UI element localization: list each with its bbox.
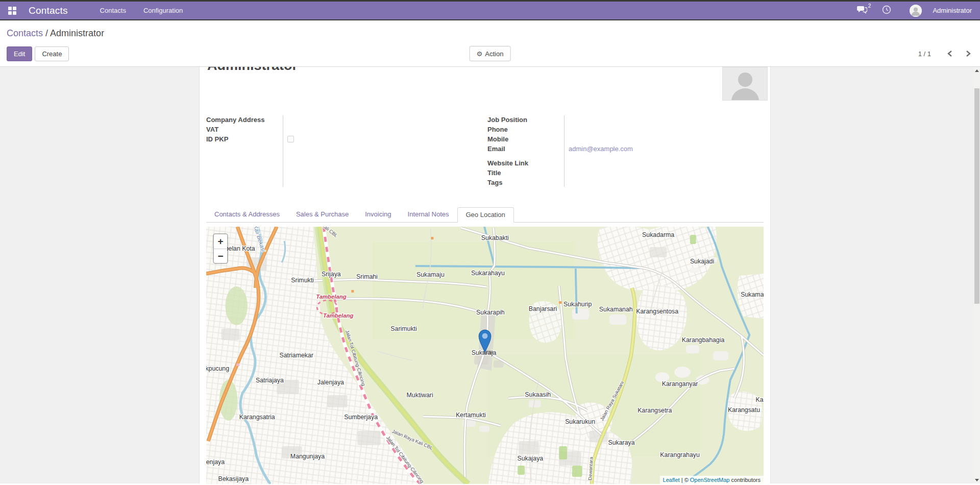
pager: 1 / 1 (918, 49, 972, 58)
id-pkp-checkbox[interactable] (287, 136, 294, 142)
map-label: Srimahi (356, 273, 378, 280)
map-label: kpucung (206, 365, 229, 372)
map-label: Kertamukti (456, 411, 486, 419)
map-label: belan Kota (225, 245, 255, 252)
gear-icon: ⚙ (477, 50, 483, 58)
field-row: Website Link (487, 158, 764, 168)
field-group-right: Job Position Phone Mobile Email admin@ex… (487, 115, 764, 187)
map-label: Sukarukun (565, 418, 595, 425)
map-label: Sarimukti (390, 325, 416, 332)
map-label: renjaya (206, 458, 225, 466)
map-label: Bekasijaya (218, 475, 249, 482)
map-canvas: belan KotaSukabaktiSukadarmaSukajadiSrij… (206, 227, 764, 484)
map-label: Srijaya (322, 271, 341, 278)
map-label: Karangrahayu (660, 451, 700, 458)
messages-button[interactable]: 2 (857, 6, 870, 16)
scrollbar-up-icon[interactable] (974, 67, 980, 74)
email-value-link[interactable]: admin@example.com (564, 145, 633, 153)
tab-contacts-addresses[interactable]: Contacts & Addresses (206, 207, 288, 222)
navbar-right: 2 Administrator (857, 5, 972, 17)
map-label: Karangsatu (728, 406, 760, 414)
pager-value: 1 / 1 (918, 50, 931, 58)
create-button[interactable]: Create (35, 46, 69, 61)
field-label-title: Title (487, 169, 564, 177)
activities-button[interactable] (882, 5, 891, 16)
map-label: Karanganyar (662, 380, 698, 387)
group-separator-line (564, 115, 565, 187)
breadcrumb-parent-link[interactable]: Contacts (7, 28, 43, 38)
field-row: Title (487, 168, 764, 178)
openstreetmap-link[interactable]: OpenStreetMap (690, 477, 730, 483)
map-label: Sukarapih (476, 309, 505, 316)
map-label: Muktiwari (407, 392, 433, 399)
map-label: Srimukti (291, 277, 314, 284)
map-label: Jalenjaya (317, 379, 344, 386)
field-row: ID PKP (206, 134, 487, 144)
map-label: Sukahurip (564, 301, 592, 308)
tab-sales-purchase[interactable]: Sales & Purchase (288, 207, 357, 222)
tab-invoicing[interactable]: Invoicing (357, 207, 399, 222)
map-label: Banjarsari (529, 305, 557, 312)
map-label: Mangunjaya (290, 453, 325, 460)
map-label: Kar (755, 396, 764, 403)
notebook-tabs: Contacts & Addresses Sales & Purchase In… (206, 207, 764, 223)
field-label-phone: Phone (487, 126, 564, 133)
apps-menu-icon[interactable] (8, 7, 16, 15)
map-label: Sukarahayu (471, 270, 505, 277)
field-row: Tags (487, 178, 764, 187)
zoom-in-button[interactable]: + (214, 234, 227, 249)
field-label-job-position: Job Position (487, 116, 564, 124)
vertical-scrollbar[interactable] (974, 67, 980, 483)
edit-button[interactable]: Edit (7, 46, 32, 61)
field-label-mobile: Mobile (487, 135, 564, 143)
chat-bubbles-icon (857, 6, 867, 16)
map-label: Sukamal (741, 291, 764, 298)
scrollbar-thumb[interactable] (974, 88, 979, 304)
attribution-suffix: contributors (731, 477, 761, 483)
map-label: Sukabakti (481, 234, 509, 241)
user-avatar[interactable] (910, 5, 922, 17)
menu-configuration[interactable]: Configuration (137, 2, 189, 19)
control-panel-buttons: Edit Create (7, 46, 69, 61)
record-title-clipped: Administrator (206, 67, 764, 72)
tab-geo-location[interactable]: Geo Location (457, 207, 514, 223)
map-zoom-control: + − (213, 233, 228, 264)
menu-contacts[interactable]: Contacts (93, 2, 133, 19)
map-label: Sukaraya (608, 439, 635, 446)
scrollbar-down-icon[interactable] (974, 476, 980, 483)
field-row: Job Position (487, 115, 764, 125)
clock-icon (882, 5, 891, 16)
field-row: VAT (206, 125, 487, 134)
field-label-vat: VAT (206, 126, 283, 133)
pager-next-icon[interactable] (965, 49, 972, 58)
contact-photo-placeholder (722, 67, 768, 101)
field-row: Email admin@example.com (487, 144, 764, 154)
user-menu[interactable]: Administrator (933, 7, 972, 14)
breadcrumb-current: Administrator (50, 28, 104, 38)
tab-internal-notes[interactable]: Internal Notes (400, 207, 457, 222)
app-title: Contacts (29, 5, 68, 16)
pager-previous-icon[interactable] (946, 49, 953, 58)
geo-location-map[interactable]: belan KotaSukabaktiSukadarmaSukajadiSrij… (206, 227, 764, 484)
attribution-copyright: © (684, 477, 689, 483)
field-label-website-link: Website Link (487, 159, 564, 167)
field-label-company-address: Company Address (206, 116, 283, 124)
map-label: Sumberjaya (344, 414, 378, 421)
action-button[interactable]: ⚙ Action (470, 46, 511, 61)
leaflet-link[interactable]: Leaflet (663, 477, 680, 483)
group-separator-line (283, 115, 283, 187)
map-label: Sukamanah (599, 306, 633, 313)
map-label: Tambelang (316, 294, 346, 300)
field-spacer (487, 154, 764, 158)
navbar: Contacts Contacts Configuration 2 (0, 2, 980, 20)
map-label: Sukamaju (416, 271, 445, 278)
nav-menu: Contacts Configuration (93, 2, 190, 19)
messages-count-badge: 2 (868, 3, 871, 13)
field-label-id-pkp: ID PKP (206, 135, 283, 143)
map-label: Sukajaya (518, 455, 544, 462)
field-row: Mobile (487, 134, 764, 144)
map-attribution: Leaflet | © OpenStreetMap contributors (660, 476, 764, 484)
map-label: Karangsetra (638, 407, 672, 414)
zoom-out-button[interactable]: − (214, 249, 227, 263)
control-panel: Contacts / Administrator Edit Create ⚙ A… (0, 20, 980, 67)
